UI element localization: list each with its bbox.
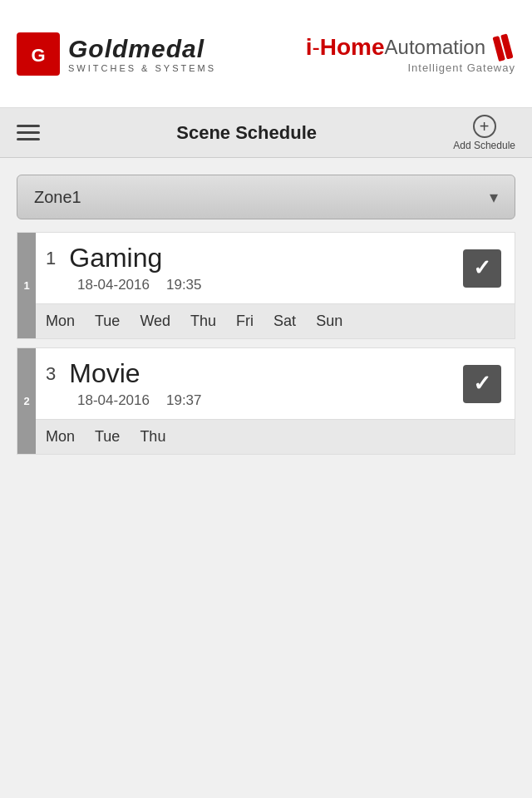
schedule-checkbox-2[interactable]: ✓ [463,365,501,403]
goldmedal-text: Goldmedal SWITCHES & SYSTEMS [68,35,216,73]
schedule-time-2: 19:37 [166,392,202,409]
zone-dropdown[interactable]: Zone1 ▾ [17,175,515,219]
day-wed-1: Wed [140,313,170,330]
menu-line-1 [17,125,40,127]
schedule-num-name-1: 1 Gaming [46,243,202,273]
schedule-info-1: 1 Gaming 18-04-2016 19:35 [46,243,202,293]
block-number-1: 1 [17,233,36,338]
goldmedal-logo: G Goldmedal SWITCHES & SYSTEMS [17,32,216,76]
logo-bar: G Goldmedal SWITCHES & SYSTEMS i - Home … [0,0,532,108]
schedule-date-1: 18-04-2016 [77,277,150,293]
ihome-gateway: Intelligent Gateway [407,62,515,74]
schedule-date-2: 18-04-2016 [77,392,150,409]
schedule-info-2: 3 Movie 18-04-2016 19:37 [46,358,202,409]
schedule-number-2: 3 [46,363,56,385]
schedule-num-name-2: 3 Movie [46,358,202,389]
schedule-item-1: 1 Gaming 18-04-2016 19:35 ✓ [17,233,515,303]
schedule-days-1: Mon Tue Wed Thu Fri Sat Sun [17,303,515,338]
day-tue-2: Tue [95,428,120,446]
ihome-home: Home [320,34,385,61]
checkmark-icon-2: ✓ [473,371,491,397]
schedule-checkbox-1[interactable]: ✓ [463,249,501,288]
block-number-2: 2 [17,348,36,454]
toolbar: Scene Schedule + Add Schedule [0,108,532,158]
day-sat-1: Sat [273,313,296,330]
day-mon-1: Mon [46,313,75,330]
page-title: Scene Schedule [176,122,317,144]
ihome-logo: i - Home Automation Intelligent Gateway [306,33,515,74]
day-thu-2: Thu [140,428,165,446]
goldmedal-name: Goldmedal [68,35,216,63]
goldmedal-subtitle: SWITCHES & SYSTEMS [68,63,216,73]
day-mon-2: Mon [46,428,75,446]
ihome-brand: i - Home Automation [306,33,515,62]
schedule-days-2: Mon Tue Thu [17,419,515,454]
checkmark-icon-1: ✓ [473,255,491,281]
svg-text:G: G [31,45,45,66]
day-sun-1: Sun [316,313,342,330]
menu-line-2 [17,131,40,134]
ihome-i: i [306,34,313,61]
ihome-hyphen: - [312,34,319,61]
goldmedal-icon: G [17,32,60,76]
zone-selected-label: Zone1 [34,188,81,207]
menu-line-3 [17,138,40,140]
schedule-time-1: 19:35 [166,277,202,293]
schedule-number-1: 1 [46,248,56,269]
schedule-meta-2: 18-04-2016 19:37 [46,392,202,409]
ihome-automation: Automation [385,36,485,59]
schedule-meta-1: 18-04-2016 19:35 [46,277,202,293]
day-fri-1: Fri [236,313,254,330]
menu-button[interactable] [17,125,40,140]
schedule-name-2: Movie [69,358,140,389]
add-schedule-icon: + [473,115,496,138]
schedule-name-1: Gaming [69,243,162,273]
chevron-down-icon: ▾ [490,187,498,207]
add-schedule-button[interactable]: + Add Schedule [453,115,515,151]
schedule-block-1: 1 1 Gaming 18-04-2016 19:35 ✓ [17,232,515,339]
schedule-block-2: 2 3 Movie 18-04-2016 19:37 ✓ [17,347,515,455]
schedule-list: 1 1 Gaming 18-04-2016 19:35 ✓ [17,232,515,463]
ihome-slash-icon [492,33,515,62]
schedule-item-2: 3 Movie 18-04-2016 19:37 ✓ [17,348,515,419]
day-thu-1: Thu [190,313,216,330]
main-content: Zone1 ▾ 1 1 Gaming 18-04-2016 19:35 [0,158,532,480]
add-schedule-label: Add Schedule [453,140,515,151]
day-tue-1: Tue [95,313,120,330]
